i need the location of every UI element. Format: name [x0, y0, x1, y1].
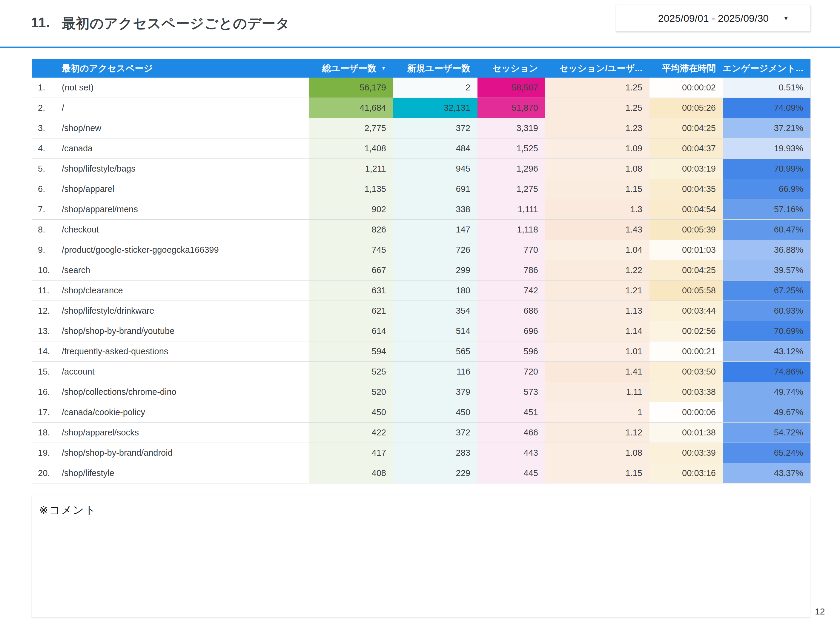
table-row: 3./shop/new2,7753723,3191.2300:04:2537.2… — [32, 118, 810, 138]
page-path: /shop/new — [62, 123, 101, 133]
cell-new_users: 32,131 — [393, 98, 477, 118]
cell-users: 56,179 — [309, 77, 393, 98]
cell-page: 4./canada — [32, 139, 309, 159]
column-header-label: セッション — [492, 62, 538, 75]
page-path: /search — [62, 265, 90, 275]
row-rank: 8. — [38, 225, 45, 235]
page-path: /account — [62, 367, 95, 376]
page-title-number: 11. — [31, 14, 50, 33]
cell-sessions_per_user: 1.12 — [545, 422, 649, 443]
cell-avg_time: 00:05:39 — [649, 220, 723, 239]
cell-new_users: 565 — [393, 342, 477, 361]
row-rank: 4. — [38, 143, 45, 153]
cell-page: 12./shop/lifestyle/drinkware — [32, 301, 309, 321]
cell-sessions: 696 — [477, 321, 545, 341]
table-row: 18./shop/apparel/socks4223724661.1200:01… — [32, 422, 810, 443]
cell-engagement: 67.25% — [723, 280, 810, 301]
cell-avg_time: 00:02:56 — [649, 321, 723, 341]
cell-avg_time: 00:03:19 — [649, 159, 723, 179]
cell-sessions: 451 — [477, 402, 545, 422]
cell-engagement: 65.24% — [723, 443, 810, 463]
cell-engagement: 37.21% — [723, 118, 810, 138]
row-rank: 3. — [38, 123, 45, 133]
cell-page: 17./canada/cookie-policy — [32, 402, 309, 422]
row-rank: 13. — [38, 326, 50, 336]
column-header-users[interactable]: 総ユーザー数▼ — [309, 59, 393, 77]
cell-new_users: 372 — [393, 422, 477, 443]
row-rank: 2. — [38, 103, 45, 113]
page-title: 11. 最初のアクセスページごとのデータ — [31, 14, 290, 33]
cell-avg_time: 00:05:58 — [649, 280, 723, 301]
column-header-avg_time[interactable]: 平均滞在時間 — [649, 59, 723, 77]
cell-page: 10./search — [32, 260, 309, 280]
cell-page: 9./product/google-sticker-ggoegcka166399 — [32, 240, 309, 260]
cell-page: 11./shop/clearance — [32, 280, 309, 301]
cell-new_users: 691 — [393, 179, 477, 199]
chevron-down-icon: ▼ — [783, 15, 789, 22]
table-row: 20./shop/lifestyle4082294451.1500:03:164… — [32, 463, 810, 483]
cell-avg_time: 00:00:02 — [649, 77, 723, 98]
cell-users: 621 — [309, 301, 393, 321]
page-path: /canada/cookie-policy — [62, 407, 145, 417]
page-path: /shop/clearance — [62, 286, 123, 295]
cell-users: 667 — [309, 260, 393, 280]
cell-sessions: 1,118 — [477, 220, 545, 239]
cell-avg_time: 00:03:39 — [649, 443, 723, 463]
cell-new_users: 338 — [393, 199, 477, 219]
cell-new_users: 354 — [393, 301, 477, 321]
cell-new_users: 514 — [393, 321, 477, 341]
table-row: 19./shop/shop-by-brand/android4172834431… — [32, 443, 810, 463]
cell-page: 6./shop/apparel — [32, 179, 309, 199]
cell-sessions_per_user: 1.15 — [545, 463, 649, 483]
page-path: /shop/shop-by-brand/android — [62, 448, 173, 458]
cell-page: 7./shop/apparel/mens — [32, 199, 309, 219]
page-path: /frequently-asked-questions — [62, 346, 168, 356]
column-header-sessions_per_user[interactable]: セッション/ユーザ... — [545, 59, 649, 77]
cell-sessions: 1,525 — [477, 139, 545, 159]
cell-page: 2./ — [32, 98, 309, 118]
cell-page: 16./shop/collections/chrome-dino — [32, 382, 309, 402]
cell-users: 902 — [309, 199, 393, 219]
cell-avg_time: 00:00:06 — [649, 402, 723, 422]
page-path: /checkout — [62, 225, 99, 235]
cell-engagement: 74.09% — [723, 98, 810, 118]
column-header-page[interactable]: 最初のアクセスページ — [32, 59, 309, 77]
cell-engagement: 0.51% — [723, 77, 810, 98]
cell-sessions_per_user: 1 — [545, 402, 649, 422]
column-header-sessions[interactable]: セッション — [477, 59, 545, 77]
page-path: /shop/lifestyle/drinkware — [62, 306, 154, 316]
page-number: 12 — [815, 606, 825, 617]
table-row: 17./canada/cookie-policy450450451100:00:… — [32, 402, 810, 422]
page-path: /shop/lifestyle/bags — [62, 164, 136, 174]
cell-new_users: 2 — [393, 77, 477, 98]
cell-users: 1,408 — [309, 139, 393, 159]
cell-new_users: 283 — [393, 443, 477, 463]
table-row: 9./product/google-sticker-ggoegcka166399… — [32, 239, 810, 260]
date-range-control[interactable]: 2025/09/01 - 2025/09/30 ▼ — [616, 5, 811, 32]
cell-sessions: 466 — [477, 422, 545, 443]
cell-engagement: 57.16% — [723, 199, 810, 219]
cell-page: 18./shop/apparel/socks — [32, 422, 309, 443]
cell-new_users: 180 — [393, 280, 477, 301]
cell-users: 520 — [309, 382, 393, 402]
cell-new_users: 116 — [393, 362, 477, 382]
cell-sessions: 445 — [477, 463, 545, 483]
cell-sessions_per_user: 1.22 — [545, 260, 649, 280]
page-path: /canada — [62, 143, 93, 153]
column-header-new_users[interactable]: 新規ユーザー数 — [393, 59, 477, 77]
cell-sessions_per_user: 1.21 — [545, 280, 649, 301]
cell-new_users: 229 — [393, 463, 477, 483]
cell-page: 8./checkout — [32, 220, 309, 239]
row-rank: 18. — [38, 428, 50, 438]
cell-users: 450 — [309, 402, 393, 422]
cell-sessions: 58,507 — [477, 77, 545, 98]
cell-sessions: 573 — [477, 382, 545, 402]
cell-avg_time: 00:04:25 — [649, 260, 723, 280]
column-header-engagement[interactable]: エンゲージメント... — [723, 59, 810, 77]
column-header-label: 平均滞在時間 — [662, 62, 716, 75]
cell-engagement: 43.37% — [723, 463, 810, 483]
page-path: /shop/shop-by-brand/youtube — [62, 326, 174, 336]
cell-page: 5./shop/lifestyle/bags — [32, 159, 309, 179]
cell-sessions: 1,275 — [477, 179, 545, 199]
cell-page: 20./shop/lifestyle — [32, 463, 309, 483]
